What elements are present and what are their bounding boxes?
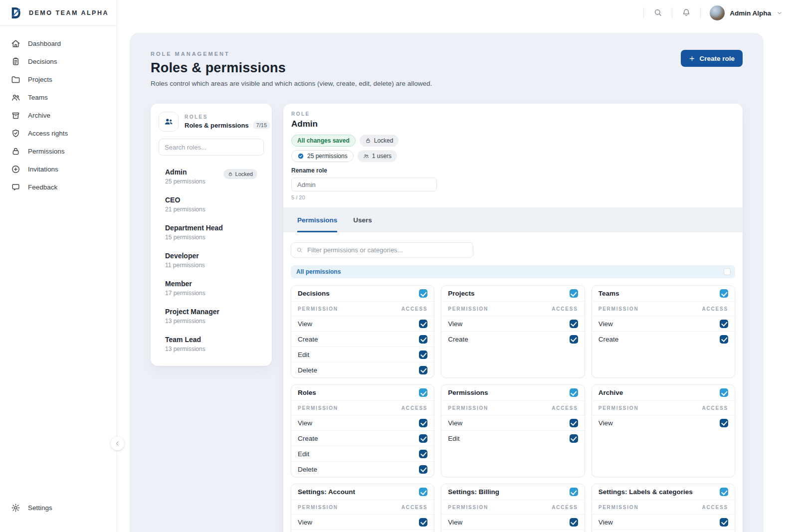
- permission-rows: View Create: [291, 415, 434, 477]
- category-checkbox[interactable]: [570, 488, 578, 496]
- locked-status-label: Locked: [374, 137, 394, 144]
- permission-checkbox[interactable]: [720, 335, 728, 344]
- permission-row: View: [441, 514, 584, 530]
- category-checkbox[interactable]: [570, 289, 578, 298]
- notifications-button[interactable]: [681, 8, 691, 18]
- user-menu[interactable]: Admin Alpha: [710, 5, 783, 20]
- column-header-permission: PERMISSION: [598, 405, 639, 411]
- role-name: Department Head: [165, 224, 223, 232]
- category-title: Roles: [298, 389, 316, 396]
- column-header-permission: PERMISSION: [448, 405, 488, 411]
- permission-label: Delete: [298, 466, 317, 473]
- role-name: Member: [165, 280, 205, 288]
- plus-circle-icon: [11, 165, 20, 174]
- permission-checkbox[interactable]: [419, 335, 427, 344]
- role-name: Project Manager: [165, 308, 219, 316]
- plus-icon: [689, 55, 695, 62]
- detail-tabs: Permissions Users: [283, 207, 743, 232]
- permission-checkbox[interactable]: [570, 320, 578, 328]
- permission-checkbox[interactable]: [570, 518, 578, 527]
- sidebar: DEMO TEAM ALPHA Dashboard Decisions Proj…: [0, 0, 117, 532]
- category-checkbox[interactable]: [720, 388, 728, 397]
- column-header-access: ACCESS: [401, 306, 427, 312]
- sidebar-item-label: Invitations: [28, 166, 58, 173]
- users-icon: [363, 153, 369, 159]
- role-search-input[interactable]: [159, 139, 264, 156]
- permission-checkbox[interactable]: [419, 320, 427, 328]
- tab-permissions[interactable]: Permissions: [297, 207, 337, 232]
- locked-status-badge: Locked: [360, 135, 399, 147]
- category-title: Settings: Account: [298, 488, 355, 496]
- column-header-permission: PERMISSION: [448, 505, 488, 510]
- category-checkbox[interactable]: [720, 488, 728, 496]
- permission-label: Delete: [298, 366, 317, 374]
- permission-checkbox[interactable]: [720, 419, 728, 427]
- permission-checkbox[interactable]: [570, 419, 578, 427]
- topbar: Admin Alpha: [117, 0, 798, 26]
- permission-label: View: [298, 519, 312, 526]
- permission-checkbox[interactable]: [419, 351, 427, 359]
- permission-label: Edit: [298, 351, 309, 358]
- permission-row: Create: [291, 430, 434, 446]
- roles-icon-box: [159, 112, 179, 132]
- category-checkbox[interactable]: [570, 388, 578, 397]
- permission-checkbox[interactable]: [419, 434, 427, 443]
- category-title: Teams: [598, 290, 619, 297]
- shield-check-icon: [11, 129, 20, 138]
- category-title: Projects: [448, 290, 474, 297]
- chevron-down-icon: [776, 9, 783, 16]
- rename-role-input[interactable]: [291, 177, 437, 191]
- permission-checkbox[interactable]: [419, 450, 427, 458]
- permission-label: View: [598, 519, 613, 526]
- column-header-permission: PERMISSION: [448, 306, 488, 312]
- all-permissions-checkbox[interactable]: [724, 268, 731, 275]
- permission-checkbox[interactable]: [570, 335, 578, 344]
- permission-label: View: [598, 320, 613, 328]
- sidebar-item-settings[interactable]: Settings: [6, 499, 111, 516]
- check-circle-icon: [297, 153, 304, 160]
- permission-row: Create: [441, 331, 584, 347]
- permission-row: Edit: [291, 530, 434, 532]
- permission-checkbox[interactable]: [419, 366, 427, 374]
- category-checkbox[interactable]: [419, 289, 427, 298]
- filter-permissions-input[interactable]: [291, 242, 473, 258]
- clipboard-icon: [11, 57, 20, 66]
- category-title: Settings: Billing: [448, 488, 499, 496]
- column-header-access: ACCESS: [552, 405, 578, 411]
- role-detail-panel: ROLE Admin All changes saved Locked 25 p…: [283, 104, 743, 532]
- permission-rows: View Create: [441, 316, 584, 347]
- sidebar-collapse-button[interactable]: [111, 437, 124, 450]
- role-name: CEO: [165, 196, 205, 204]
- sidebar-item-label: Decisions: [28, 58, 57, 65]
- permission-row: View: [291, 316, 434, 331]
- permission-row: Edit: [291, 347, 434, 362]
- sidebar-item-label: Access rights: [28, 130, 68, 137]
- user-name: Admin Alpha: [730, 9, 771, 17]
- permission-row: View: [592, 316, 735, 331]
- create-role-button[interactable]: Create role: [681, 50, 743, 67]
- permission-checkbox[interactable]: [419, 518, 427, 527]
- column-header-permission: PERMISSION: [298, 505, 338, 510]
- permission-rows: View Edit: [291, 514, 434, 532]
- category-checkbox[interactable]: [419, 488, 427, 496]
- permission-checkbox[interactable]: [720, 320, 728, 328]
- brand-name: DEMO TEAM ALPHA: [29, 9, 109, 16]
- role-permission-count: 11 permissions: [165, 262, 205, 269]
- sidebar-item-label: Teams: [28, 94, 48, 101]
- category-checkbox[interactable]: [419, 388, 427, 397]
- char-counter: 5 / 20: [291, 194, 735, 200]
- tab-users[interactable]: Users: [353, 207, 372, 232]
- lock-icon: [228, 172, 233, 177]
- column-header-permission: PERMISSION: [298, 405, 338, 411]
- archive-icon: [11, 111, 20, 120]
- permission-checkbox[interactable]: [419, 465, 427, 474]
- search-button[interactable]: [653, 8, 663, 18]
- permission-checkbox[interactable]: [570, 434, 578, 443]
- permission-checkbox[interactable]: [720, 518, 728, 527]
- sidebar-nav: Dashboard Decisions Projects Teams Archi…: [0, 26, 117, 195]
- roles-count-badge: 7/15: [253, 121, 270, 129]
- permission-checkbox[interactable]: [419, 419, 427, 427]
- column-header-access: ACCESS: [702, 306, 728, 312]
- role-permission-count: 15 permissions: [165, 234, 223, 241]
- category-checkbox[interactable]: [720, 289, 728, 298]
